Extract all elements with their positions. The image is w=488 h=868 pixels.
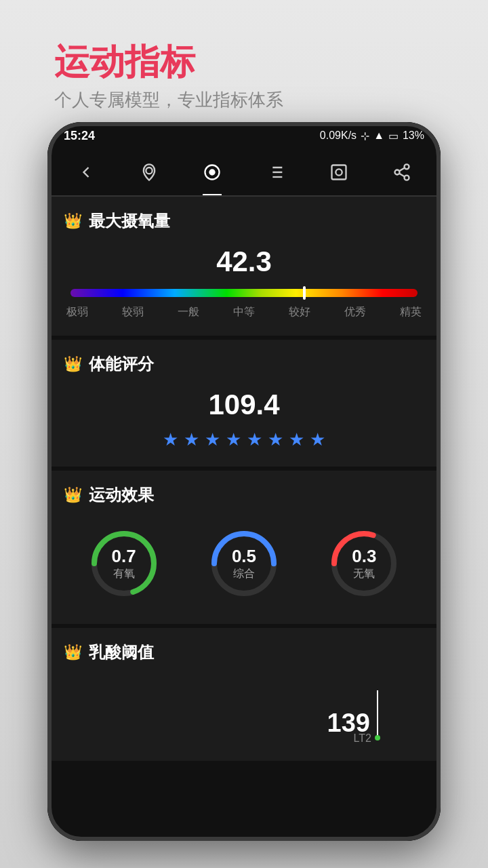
anaerobic-value: 0.3 无氧: [352, 546, 376, 581]
page-header: 运动指标 个人专属模型，专业指标体系: [54, 41, 283, 112]
star-6: ★: [268, 429, 283, 450]
lactic-content: 139 LT2: [64, 677, 424, 745]
star-4: ★: [226, 429, 241, 450]
comprehensive-gauge: 0.5 综合: [207, 526, 281, 601]
crown-icon-vo2max: 👑: [64, 212, 82, 230]
exercise-effect-title: 👑 运动效果: [64, 484, 424, 506]
metrics-button[interactable]: [197, 157, 227, 187]
comprehensive-label: 综合: [232, 567, 256, 581]
crown-icon-fitness: 👑: [64, 355, 82, 373]
svg-point-12: [395, 170, 400, 175]
exercise-effect-title-text: 运动效果: [89, 484, 154, 506]
bar-label-5: 优秀: [344, 305, 366, 319]
aerobic-number: 0.7: [112, 546, 136, 567]
aerobic-gauge: 0.7 有氧: [87, 526, 161, 601]
svg-rect-9: [331, 165, 346, 180]
map-button[interactable]: [134, 157, 164, 187]
anaerobic-number: 0.3: [352, 546, 376, 567]
svg-point-2: [210, 170, 215, 175]
fitness-title: 👑 体能评分: [64, 353, 424, 375]
bar-label-2: 一般: [178, 305, 199, 319]
star-1: ★: [163, 429, 178, 450]
bar-indicator: [303, 286, 306, 300]
bar-label-4: 较好: [289, 305, 310, 319]
lactic-line: [377, 690, 378, 738]
bar-label-3: 中等: [233, 305, 255, 319]
star-8: ★: [310, 429, 325, 450]
wifi-icon: ▲: [373, 130, 384, 142]
effect-circles: 0.7 有氧 0.5 综合: [64, 519, 424, 608]
bar-label-1: 较弱: [122, 305, 144, 319]
phone-screen: 👑 最大摄氧量 42.3 极弱 较弱 一般 中等 较好 优秀 精英 👑: [47, 197, 441, 841]
exercise-effect-section: 👑 运动效果 0.7 有氧: [47, 471, 441, 628]
vo2max-title-text: 最大摄氧量: [89, 210, 170, 232]
anaerobic-label: 无氧: [352, 567, 376, 581]
lactic-title-text: 乳酸阈值: [89, 642, 154, 663]
nav-bar: [47, 149, 441, 197]
svg-line-15: [399, 168, 405, 172]
svg-point-11: [405, 164, 409, 169]
lactic-label: LT2: [354, 732, 371, 745]
fitness-score-value: 109.4: [64, 389, 424, 421]
vo2max-section: 👑 最大摄氧量 42.3 极弱 较弱 一般 中等 较好 优秀 精英: [47, 197, 441, 340]
fitness-title-text: 体能评分: [89, 353, 154, 375]
stars-row: ★ ★ ★ ★ ★ ★ ★ ★: [64, 429, 424, 450]
lactic-section: 👑 乳酸阈值 139 LT2: [47, 628, 441, 765]
aerobic-label: 有氧: [112, 567, 136, 581]
comprehensive-value: 0.5 综合: [232, 546, 256, 581]
battery-icon: ▭: [388, 130, 399, 142]
anaerobic-item: 0.3 无氧: [327, 526, 401, 601]
share-button[interactable]: [387, 157, 417, 187]
bar-labels: 极弱 较弱 一般 中等 较好 优秀 精英: [64, 305, 424, 319]
comprehensive-number: 0.5: [232, 546, 256, 567]
vo2max-value: 42.3: [64, 245, 424, 278]
crown-icon-lactic: 👑: [64, 644, 82, 661]
star-5: ★: [247, 429, 262, 450]
star-2: ★: [184, 429, 199, 450]
svg-point-13: [405, 176, 409, 180]
battery-percent: 13%: [403, 130, 424, 142]
status-bar: 15:24 0.09K/s ⊹ ▲ ▭ 13%: [47, 122, 441, 149]
comprehensive-item: 0.5 综合: [207, 526, 281, 601]
svg-point-0: [146, 167, 152, 174]
gradient-bar-container: [70, 289, 418, 297]
svg-line-14: [399, 174, 405, 177]
phone-frame: 15:24 0.09K/s ⊹ ▲ ▭ 13%: [47, 122, 441, 841]
aerobic-item: 0.7 有氧: [87, 526, 161, 601]
star-7: ★: [289, 429, 304, 450]
lactic-title: 👑 乳酸阈值: [64, 642, 424, 663]
status-right: 0.09K/s ⊹ ▲ ▭ 13%: [320, 130, 424, 142]
bar-label-0: 极弱: [66, 305, 88, 319]
crown-icon-effect: 👑: [64, 486, 82, 504]
vo2max-title: 👑 最大摄氧量: [64, 210, 424, 232]
search-button[interactable]: [324, 157, 354, 187]
page-subtitle: 个人专属模型，专业指标体系: [54, 88, 283, 112]
network-speed: 0.09K/s: [320, 130, 357, 142]
status-time: 15:24: [64, 129, 95, 143]
anaerobic-gauge: 0.3 无氧: [327, 526, 401, 601]
aerobic-value: 0.7 有氧: [112, 546, 136, 581]
list-button[interactable]: [261, 157, 291, 187]
page-title: 运动指标: [54, 41, 283, 83]
gradient-bar: [70, 289, 418, 297]
bar-label-6: 精英: [400, 305, 422, 319]
lactic-dot: [375, 735, 380, 741]
fitness-section: 👑 体能评分 109.4 ★ ★ ★ ★ ★ ★ ★ ★: [47, 340, 441, 471]
svg-point-10: [336, 169, 342, 175]
bluetooth-icon: ⊹: [361, 130, 369, 142]
star-3: ★: [205, 429, 220, 450]
back-button[interactable]: [71, 157, 101, 187]
